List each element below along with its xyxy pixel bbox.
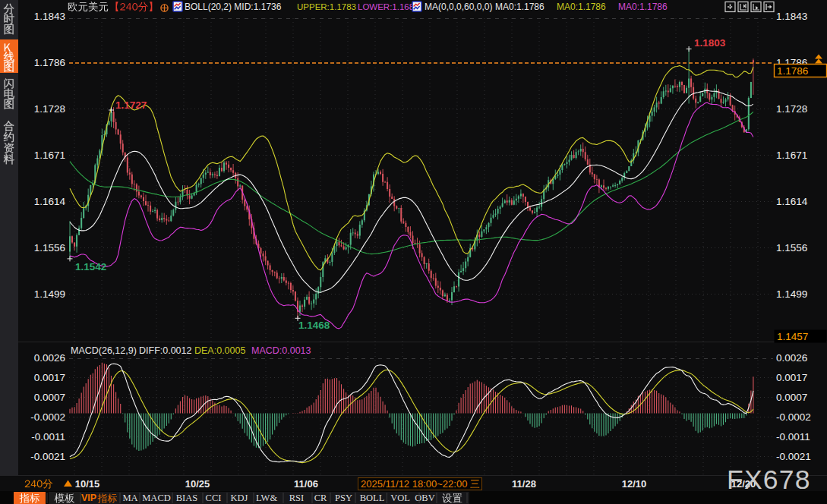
svg-text:MA0:1.1786: MA0:1.1786: [557, 2, 606, 12]
svg-text:FX678: FX678: [727, 465, 811, 495]
svg-text:1.1671: 1.1671: [776, 150, 807, 161]
svg-text:BOLL(20,2) MID:1.1736: BOLL(20,2) MID:1.1736: [185, 2, 282, 12]
svg-text:RSI: RSI: [289, 493, 304, 503]
svg-text:1.1542: 1.1542: [75, 261, 106, 272]
svg-text:MA: MA: [122, 493, 137, 503]
svg-text:OBV: OBV: [415, 493, 434, 503]
svg-text:1.1843: 1.1843: [34, 11, 65, 22]
svg-text:-0.0011: -0.0011: [776, 431, 810, 443]
svg-text:0.0017: 0.0017: [34, 372, 65, 383]
svg-text:1.1457: 1.1457: [777, 331, 808, 342]
svg-text:CCI: CCI: [206, 493, 222, 503]
svg-text:1.1499: 1.1499: [776, 288, 807, 300]
svg-text:MACD:0.0013: MACD:0.0013: [251, 345, 311, 356]
svg-text:-0.0021: -0.0021: [776, 451, 811, 462]
svg-text:1.1786: 1.1786: [777, 65, 808, 77]
svg-text:1.1671: 1.1671: [34, 150, 65, 161]
svg-text:MACD: MACD: [142, 493, 171, 503]
svg-text:1.1843: 1.1843: [776, 11, 807, 22]
svg-text:1.1786: 1.1786: [34, 57, 65, 68]
svg-text:KDJ: KDJ: [231, 493, 248, 503]
svg-text:MA0:1.1786: MA0:1.1786: [495, 2, 544, 12]
svg-text:-0.0002: -0.0002: [30, 411, 65, 423]
svg-text:1.1728: 1.1728: [776, 103, 807, 115]
svg-text:MACD(26,12,9): MACD(26,12,9): [71, 345, 137, 356]
svg-text:LW&: LW&: [256, 493, 278, 503]
svg-text:1.1556: 1.1556: [34, 242, 65, 254]
svg-text:PSY: PSY: [335, 493, 352, 503]
svg-text:1.1728: 1.1728: [34, 103, 65, 115]
svg-text:11/06: 11/06: [294, 478, 318, 490]
svg-text:-0.0002: -0.0002: [776, 411, 811, 423]
svg-text:VOL: VOL: [390, 493, 410, 503]
svg-text:11/28: 11/28: [512, 478, 536, 490]
svg-text:MA(0,0,0,60,0,0): MA(0,0,0,60,0,0): [425, 2, 492, 12]
svg-text:VIP: VIP: [81, 493, 96, 503]
svg-text:1.1499: 1.1499: [34, 288, 65, 300]
svg-text:LOWER:1.1688: LOWER:1.1688: [358, 2, 419, 11]
svg-text:-0.0011: -0.0011: [31, 431, 65, 443]
svg-text:CR: CR: [314, 493, 327, 503]
svg-text:1.1468: 1.1468: [298, 320, 330, 331]
svg-text:MA0:1.1786: MA0:1.1786: [618, 2, 668, 12]
svg-text:1.1803: 1.1803: [694, 37, 726, 49]
svg-text:0.0026: 0.0026: [34, 352, 65, 364]
svg-text:1.1556: 1.1556: [776, 242, 807, 254]
svg-text:DIFF:0.0012: DIFF:0.0012: [139, 345, 192, 356]
svg-text:1.1614: 1.1614: [34, 196, 66, 207]
svg-text:UPPER:1.1783: UPPER:1.1783: [297, 2, 356, 11]
svg-text:BIAS: BIAS: [176, 493, 198, 503]
svg-text:2025/11/12 18:00~22:00: 2025/11/12 18:00~22:00: [361, 478, 467, 490]
svg-text:1.1614: 1.1614: [776, 196, 808, 207]
svg-text:-0.0021: -0.0021: [30, 451, 65, 462]
svg-text:0.0017: 0.0017: [776, 372, 807, 383]
svg-text:1.1727: 1.1727: [115, 99, 147, 111]
svg-text:0.0007: 0.0007: [34, 392, 65, 403]
svg-text:0.0026: 0.0026: [776, 352, 807, 364]
svg-text:BOLL: BOLL: [360, 493, 385, 503]
svg-text:10/25: 10/25: [185, 478, 210, 490]
svg-text:12/10: 12/10: [622, 478, 647, 490]
svg-text:DEA:0.0005: DEA:0.0005: [194, 345, 245, 356]
svg-text:10/15: 10/15: [75, 478, 100, 490]
svg-text:0.0007: 0.0007: [776, 392, 807, 403]
